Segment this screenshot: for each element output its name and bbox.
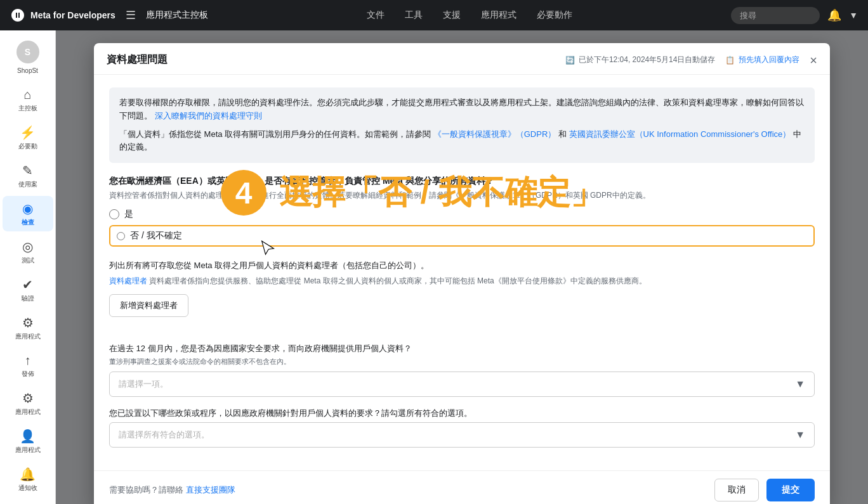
- nav-links: 文件 工具 支援 應用程式 必要動作: [218, 10, 721, 21]
- refresh-icon: 🔄: [565, 56, 575, 65]
- nav-docs[interactable]: 文件: [367, 10, 385, 21]
- check-icon: ✔: [22, 277, 33, 292]
- sidebar-item-approle[interactable]: ⚙ 應用程式: [3, 310, 53, 346]
- radio-yes[interactable]: [109, 209, 119, 219]
- user-icon: 👤: [20, 429, 36, 444]
- sidebar-item-required[interactable]: ⚡ 必要動: [3, 120, 53, 155]
- sidebar: S ShopSt ⌂ 主控板 ⚡ 必要動 ✎ 使用案 ◉ 檢查 ◎ 測試 ✔ 驗…: [0, 30, 56, 504]
- sidebar-item-review[interactable]: ◉ 檢查: [3, 196, 53, 231]
- chevron-down-icon: ▼: [795, 378, 805, 390]
- close-button[interactable]: ×: [810, 54, 817, 67]
- test-icon: ◎: [22, 239, 33, 254]
- footer-help: 需要協助嗎？請聯絡 直接支援團隊: [109, 484, 235, 496]
- edit-icon: ✎: [22, 163, 33, 178]
- sidebar-item-verify[interactable]: ✔ 驗證: [3, 272, 53, 307]
- settings-icon: ⚙: [22, 391, 34, 406]
- info-line1: 若要取得權限的存取權限，請說明您的資料處理作法。您必須完成此步驟，才能提交應用程…: [119, 96, 805, 123]
- upload-icon: ↑: [25, 353, 31, 368]
- sidebar-bottom: ⚙ 應用程式 👤 應用程式 🔔 通知收 ☰ ?: [3, 385, 53, 504]
- policies-question-text: 您已設置以下哪些政策或程序，以因應政府機關針對用戶個人資料的要求？請勾選所有符合…: [109, 407, 815, 420]
- gov-dropdown[interactable]: 請選擇一項。 ▼: [109, 372, 815, 397]
- nav-actions[interactable]: 必要動作: [537, 10, 572, 21]
- sidebar-item-dashboard[interactable]: ⌂ 主控板: [3, 82, 53, 117]
- modal-overlay: 資料處理問題 🔄 已於下午12:04, 2024年5月14日自動儲存 📋 預先填…: [56, 30, 868, 504]
- radio-no-option-highlighted[interactable]: 否 / 我不確定: [109, 225, 815, 247]
- gear-icon: ⚙: [22, 315, 34, 330]
- modal-header: 資料處理問題 🔄 已於下午12:04, 2024年5月14日自動儲存 📋 預先填…: [94, 43, 830, 75]
- nav-apps[interactable]: 應用程式: [481, 10, 516, 21]
- notification-icon: 🔔: [20, 467, 36, 482]
- sidebar-footer-row: ☰ ?: [11, 500, 45, 504]
- autosave-indicator: 🔄 已於下午12:04, 2024年5月14日自動儲存: [565, 55, 715, 65]
- modal-footer: 需要協助嗎？請聯絡 直接支援團隊 取消 提交: [94, 470, 830, 504]
- sidebar-item-app[interactable]: S ShopSt: [3, 36, 53, 80]
- chevron-down-icon-2: ▼: [795, 429, 805, 441]
- sidebar-item-test[interactable]: ◎ 測試: [3, 234, 53, 269]
- sidebar-item-settings[interactable]: ⚙ 應用程式: [3, 385, 53, 421]
- prefill-icon: 📋: [725, 56, 735, 65]
- add-processor-button[interactable]: 新增資料處理者: [109, 294, 188, 317]
- section-data-processors: 列出所有將可存取您從 Meta 取得之用戶個人資料的資料處理者（包括您自己的公司…: [109, 259, 815, 332]
- gdpr-article-link[interactable]: 《一般資料保護視章》（GDPR）: [433, 129, 556, 139]
- nav-support[interactable]: 支援: [443, 10, 461, 21]
- main-content: 資料處理問題 🔄 已於下午12:04, 2024年5月14日自動儲存 📋 預先填…: [56, 30, 868, 504]
- support-link[interactable]: 直接支援團隊: [186, 485, 235, 494]
- submit-button[interactable]: 提交: [766, 479, 815, 501]
- brand-logo: Meta for Developers: [10, 8, 115, 23]
- radio-yes-option[interactable]: 是: [109, 209, 815, 220]
- section-gov-request: 在過去 12 個月內，您是否為因應國家安全要求，而向政府機關提供用戶個人資料？ …: [109, 342, 815, 397]
- gov-question-note: 董涉刑事調查之援案令或法院命令的相關要求不包含在內。: [109, 357, 815, 366]
- top-nav: Meta for Developers ☰ 應用程式主控板 文件 工具 支援 應…: [0, 0, 868, 30]
- nav-right: 🔔 ▼: [731, 7, 858, 24]
- prefill-button[interactable]: 📋 預先填入回覆內容: [725, 55, 799, 65]
- sidebar-item-publish[interactable]: ↑ 發佈: [3, 348, 53, 383]
- radio-group-controller: 是 否 / 我不確定: [109, 209, 815, 247]
- bolt-icon: ⚡: [20, 125, 36, 140]
- gov-question-text: 在過去 12 個月內，您是否為因應國家安全要求，而向政府機關提供用戶個人資料？: [109, 342, 815, 355]
- data-controller-question: 您在歐洲經濟區（EEA）或英國（UK）是否有資料控管者，負責管控 Meta 與您…: [109, 176, 815, 187]
- section-data-controller: 您在歐洲經濟區（EEA）或英國（UK）是否有資料控管者，負責管控 Meta 與您…: [109, 176, 815, 247]
- modal-header-right: 🔄 已於下午12:04, 2024年5月14日自動儲存 📋 預先填入回覆內容 ×: [565, 54, 817, 67]
- section-policies: 您已設置以下哪些政策或程序，以因應政府機關針對用戶個人資料的要求？請勾選所有符合…: [109, 407, 815, 448]
- radio-no[interactable]: [117, 232, 125, 240]
- review-icon: ◉: [22, 201, 33, 216]
- avatar: S: [16, 41, 39, 63]
- policies-dropdown[interactable]: 請選擇所有符合的選項。 ▼: [109, 422, 815, 448]
- modal-title: 資料處理問題: [107, 53, 168, 67]
- cancel-button[interactable]: 取消: [714, 479, 759, 501]
- hamburger-icon[interactable]: ☰: [126, 8, 136, 22]
- sidebar-item-notifications[interactable]: 🔔 通知收: [3, 462, 53, 497]
- nav-tools[interactable]: 工具: [405, 10, 423, 21]
- processor-link[interactable]: 資料處理者: [109, 276, 147, 285]
- data-controller-sub: 資料控管者係指對個人資料的處理目的和方式進行全面控管的實體。若要瞭解細經資料和範…: [109, 190, 815, 201]
- sidebar-item-users[interactable]: 👤 應用程式: [3, 423, 53, 459]
- processors-label: 列出所有將可存取您從 Meta 取得之用戶個人資料的資料處理者（包括您自己的公司…: [109, 259, 815, 273]
- info-box: 若要取得權限的存取權限，請說明您的資料處理作法。您必須完成此步驟，才能提交應用程…: [109, 87, 815, 163]
- sidebar-item-usecase[interactable]: ✎ 使用案: [3, 158, 53, 193]
- info-line2: 「個人資料」係指您從 Meta 取得有關可識別用戶身分的任何資料。如需範例，請參…: [119, 128, 805, 155]
- footer-actions: 取消 提交: [714, 479, 815, 501]
- nav-chevron-icon[interactable]: ▼: [849, 10, 858, 20]
- gdpr-link[interactable]: 深入瞭解我們的資料處理守則: [155, 111, 262, 120]
- ico-link[interactable]: 英國資訊委辦公室（UK Information Commissioner's O…: [569, 129, 791, 139]
- search-input[interactable]: [731, 7, 820, 24]
- app-menu-label: 應用程式主控板: [146, 10, 208, 21]
- bell-icon[interactable]: 🔔: [827, 8, 841, 22]
- modal-body: 若要取得權限的存取權限，請說明您的資料處理作法。您必須完成此步驟，才能提交應用程…: [94, 75, 830, 470]
- processors-sub: 資料處理者 資料處理者係指向您提供服務、協助您處理從 Meta 取得之個人資料的…: [109, 275, 815, 287]
- meta-icon: [10, 8, 25, 23]
- main-layout: S ShopSt ⌂ 主控板 ⚡ 必要動 ✎ 使用案 ◉ 檢查 ◎ 測試 ✔ 驗…: [0, 30, 868, 504]
- modal-dialog: 資料處理問題 🔄 已於下午12:04, 2024年5月14日自動儲存 📋 預先填…: [94, 43, 830, 504]
- home-icon: ⌂: [23, 87, 31, 102]
